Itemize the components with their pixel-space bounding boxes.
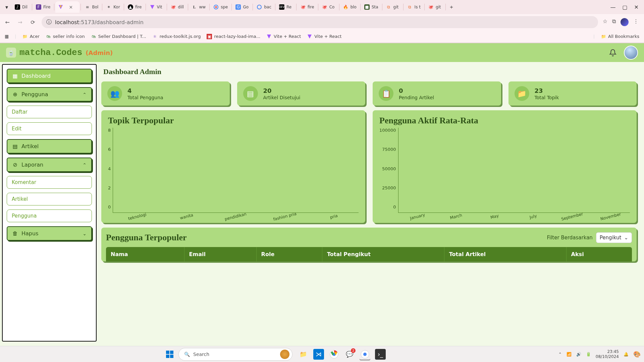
user-avatar[interactable] [624, 46, 638, 60]
wifi-icon[interactable]: 📶 [567, 352, 572, 357]
sidebar-item-label: Dashboard [21, 73, 51, 79]
sidebar-sub-daftar[interactable]: Daftar [7, 106, 92, 118]
volume-icon[interactable]: 🔊 [576, 352, 581, 357]
table-col-role: Role [257, 247, 322, 261]
taskbar-datetime[interactable]: 23:4508/10/2024 [596, 349, 619, 359]
bookmark-item[interactable]: Vite + React [307, 34, 341, 39]
svg-point-15 [363, 353, 367, 356]
y-axis: 86420 [108, 128, 113, 219]
tab-label: git [393, 5, 399, 9]
sidebar-sub-edit[interactable]: Edit [7, 122, 92, 135]
tab-label: Kor [113, 5, 120, 9]
app-header: 🍵 matcha.Codes (Admin) [0, 43, 644, 62]
address-bar[interactable]: ⓘ localhost:5173/dashboard-admin [42, 16, 598, 28]
stat-card-users: 👥 4Total Pengguna [101, 81, 230, 106]
taskbar-app-terminal[interactable]: ›_ [375, 349, 386, 360]
taskbar-app-whatsapp[interactable]: 💬2 [344, 349, 355, 360]
taskbar-app-vscode[interactable]: ⋊ [313, 349, 324, 360]
svg-point-4 [215, 6, 217, 8]
taskbar-app-chrome[interactable] [329, 349, 339, 360]
sidebar-item-hapus[interactable]: 🗑Hapus⌄ [7, 226, 92, 241]
browser-chrome: ▾ ♪Dil FFire × ≡Bol ✶Kor ▲fire Vit 🐙dill… [0, 0, 644, 43]
browser-tab[interactable]: ≡Bol [82, 1, 101, 13]
tray-chevron-icon[interactable]: ⌃ [558, 352, 562, 357]
url-path: /dashboard-admin [95, 19, 144, 25]
browser-tab[interactable]: GGo [233, 1, 252, 13]
logo-icon: 🍵 [6, 48, 16, 58]
close-icon[interactable]: × [69, 4, 73, 10]
bookmark-item[interactable]: 📁Acer [22, 34, 40, 39]
browser-tab[interactable]: ✶Kor [103, 1, 123, 13]
browser-tab[interactable]: ⧉Is t [405, 1, 423, 13]
forward-button[interactable]: → [16, 18, 24, 26]
star-icon[interactable]: ☆ [603, 18, 607, 26]
filter-select[interactable]: Pengikut⌄ [596, 232, 632, 243]
notifications-icon[interactable]: 🔔 [624, 352, 629, 357]
browser-tab[interactable]: 🐙git [426, 1, 444, 13]
browser-tab[interactable]: 🐙fire [298, 1, 317, 13]
sidebar-sub-pengguna[interactable]: Pengguna [7, 209, 92, 222]
browser-tab[interactable]: ⧉git [383, 1, 402, 13]
browser-tab[interactable]: ■Sta [362, 1, 381, 13]
new-tab-button[interactable]: ＋ [447, 2, 456, 12]
svg-marker-6 [267, 35, 271, 39]
apps-grid-icon[interactable]: ▦ [5, 34, 9, 39]
browser-tab[interactable]: Vit [147, 1, 166, 13]
taskbar-search[interactable]: 🔍Search [178, 348, 292, 361]
bookmark-item[interactable]: 🛍Seller Dashboard | T... [91, 34, 146, 39]
tab-label: fire [135, 5, 142, 9]
minimize-icon[interactable]: — [610, 4, 615, 10]
profile-avatar[interactable] [621, 18, 629, 26]
browser-tab[interactable]: DEVRe [276, 1, 295, 13]
url-port: :5173 [79, 19, 95, 25]
browser-tab[interactable]: ▲fire [125, 1, 145, 13]
svg-marker-2 [150, 5, 154, 9]
browser-tab[interactable]: spe [211, 1, 230, 13]
browser-tab[interactable]: ♪Dil [12, 1, 31, 13]
sidebar-item-artikel[interactable]: ▤Artikel [7, 139, 92, 154]
browser-tab[interactable]: 🐙dill [168, 1, 187, 13]
browser-tab[interactable]: FFire [33, 1, 53, 13]
close-window-icon[interactable]: ✕ [634, 4, 639, 10]
bookmark-item[interactable]: ⚛redux-toolkit.js.org [152, 34, 201, 39]
maximize-icon[interactable]: ▢ [622, 4, 627, 10]
bookmark-item[interactable]: 🛍seller info icon [46, 34, 85, 39]
taskbar-app-chrome-active[interactable] [360, 349, 370, 360]
battery-icon[interactable]: 🔋 [586, 352, 591, 357]
chevron-up-icon: ⌃ [83, 92, 87, 97]
sidebar-sub-komentar[interactable]: Komentar [7, 176, 92, 189]
bookmark-item[interactable]: Vite + React [266, 34, 301, 39]
tab-label: spe [221, 5, 228, 9]
tab-label: Fire [43, 5, 50, 9]
browser-tab-active[interactable]: × [55, 1, 79, 13]
all-bookmarks-button[interactable]: 📁All Bookmarks [601, 34, 639, 39]
browser-tab[interactable]: bac [254, 1, 274, 13]
reload-button[interactable]: ⟳ [29, 18, 37, 26]
sidebar-item-pengguna[interactable]: ⊕Pengguna⌃ [7, 87, 92, 102]
sidebar-item-dashboard[interactable]: ▦Dashboard [7, 69, 92, 83]
extensions-icon[interactable]: ⧉ [612, 18, 616, 26]
sidebar: ▦Dashboard ⊕Pengguna⌃ Daftar Edit ▤Artik… [2, 64, 97, 342]
x-axis: JanuaryMarchMayJulySeptemberNovember [398, 213, 630, 219]
sidebar-item-laporan[interactable]: ⊘Laporan⌃ [7, 158, 92, 172]
start-button[interactable] [164, 349, 175, 360]
browser-tab[interactable]: 🐙Co [319, 1, 338, 13]
bookmark-item[interactable]: ▣react-lazy-load-ima... [207, 34, 260, 39]
browser-tab[interactable]: Lww [189, 1, 209, 13]
table-col-pengikut: Total Pengikut [322, 247, 444, 261]
clipboard-icon: 📋 [379, 86, 393, 101]
taskbar-app-explorer[interactable]: 📁 [298, 349, 309, 360]
sidebar-sub-artikel[interactable]: Artikel [7, 193, 92, 205]
site-info-icon[interactable]: ⓘ [46, 19, 52, 26]
back-button[interactable]: ← [3, 18, 11, 26]
svg-rect-8 [166, 351, 169, 354]
copilot-icon[interactable]: 🎨 [633, 351, 641, 358]
browser-tab[interactable]: 🔥blo [340, 1, 359, 13]
chevron-down-icon: ⌄ [624, 235, 628, 241]
trash-icon: 🗑 [12, 230, 18, 237]
charts-row: Topik Terpopular 86420 teknologiwanitape… [101, 110, 637, 223]
tab-dropdown-button[interactable]: ▾ [2, 2, 11, 12]
bell-icon[interactable] [609, 49, 616, 56]
tab-label: Vit [157, 5, 162, 9]
kebab-menu-icon[interactable]: ⋮ [633, 18, 639, 26]
